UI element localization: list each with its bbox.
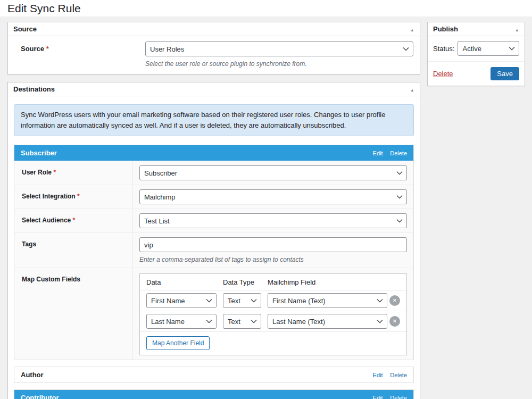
destination-title: Contributor — [21, 394, 59, 399]
integration-select[interactable]: Mailchimp — [139, 189, 407, 204]
destination-subscriber-header: Subscriber Edit Delete — [14, 145, 413, 161]
publish-collapse-toggle[interactable]: ▴ — [513, 25, 520, 33]
collapse-arrow-icon: ▴ — [411, 27, 413, 32]
map-mailchimp-field-select[interactable]: Last Name (Text) — [268, 314, 387, 329]
integration-row: Select Integration * Mailchimp — [14, 185, 413, 209]
column-header-mailchimp-field: Mailchimp Field — [268, 278, 400, 286]
map-fields-table: Data Data Type Mailchimp Field First Nam… — [139, 273, 407, 355]
map-another-field-button[interactable]: Map Another Field — [146, 336, 210, 350]
map-data-type-select[interactable]: Text — [223, 314, 261, 329]
tags-description: Enter a comma-separated list of tags to … — [139, 256, 407, 263]
destinations-collapse-toggle[interactable]: ▴ — [409, 85, 415, 93]
audience-label: Select Audience — [22, 217, 71, 224]
user-role-select[interactable]: Subscriber — [139, 165, 407, 180]
delete-rule-link[interactable]: Delete — [433, 70, 453, 78]
status-select[interactable]: Active — [458, 41, 519, 56]
user-role-label: User Role — [22, 169, 52, 176]
main-column: Source ▴ Source * User Roles — [7, 22, 420, 399]
destination-title: Author — [21, 371, 44, 379]
delete-destination-link[interactable]: Delete — [390, 372, 407, 378]
map-custom-fields-label: Map Custom Fields — [22, 276, 80, 283]
admin-content: Source ▴ Source * User Roles — [0, 16, 532, 399]
delete-destination-link[interactable]: Delete — [390, 395, 407, 399]
column-header-data-type: Data Type — [223, 278, 268, 286]
edit-destination-link[interactable]: Edit — [373, 395, 383, 399]
tags-row: Tags Enter a comma-separated list of tag… — [14, 232, 413, 268]
tags-label: Tags — [22, 240, 36, 248]
required-mark: * — [46, 45, 49, 53]
source-field-row: Source * User Roles Select the user role… — [8, 36, 420, 74]
delete-destination-link[interactable]: Delete — [390, 150, 407, 156]
edit-destination-link[interactable]: Edit — [373, 372, 383, 378]
destination-author-header: Author Edit Delete — [14, 367, 413, 383]
map-mailchimp-field-select[interactable]: First Name (Text) — [268, 293, 387, 308]
remove-field-button[interactable]: ✕ — [389, 295, 400, 306]
column-header-data: Data — [146, 278, 223, 286]
destinations-panel: Destinations ▴ Sync WordPress users with… — [7, 82, 420, 399]
map-field-row: Last Name Text Last Name ( — [140, 311, 406, 331]
remove-field-button[interactable]: ✕ — [389, 316, 400, 327]
destinations-notice: Sync WordPress users with your email mar… — [14, 104, 414, 136]
map-data-select[interactable]: First Name — [146, 293, 217, 308]
source-field-label: Source — [21, 45, 44, 53]
destination-subscriber: Subscriber Edit Delete User Role * — [14, 145, 414, 360]
required-mark: * — [77, 193, 80, 200]
sidebar-column: Publish ▴ Status: Active Delete — [427, 22, 525, 94]
source-panel-title: Source — [13, 25, 37, 33]
publish-panel-header: Publish ▴ — [428, 22, 525, 36]
publish-panel-title: Publish — [433, 25, 458, 33]
destinations-panel-title: Destinations — [13, 85, 55, 93]
close-icon: ✕ — [393, 318, 397, 324]
required-mark: * — [53, 169, 56, 176]
source-panel: Source ▴ Source * User Roles — [7, 22, 420, 74]
map-field-row: First Name Text First Name — [140, 290, 406, 311]
source-description: Select the user role or source plugin to… — [145, 60, 413, 68]
collapse-arrow-icon: ▴ — [516, 27, 518, 32]
user-role-row: User Role * Subscriber — [14, 161, 413, 185]
destination-contributor-header: Contributor Edit Delete — [14, 390, 413, 399]
map-fields-header: Data Data Type Mailchimp Field — [140, 274, 406, 290]
map-custom-fields-row: Map Custom Fields Data Data Type Mailchi… — [14, 268, 413, 360]
page-title: Edit Sync Rule — [7, 2, 525, 15]
destination-author: Author Edit Delete — [14, 367, 414, 383]
destinations-panel-header: Destinations ▴ — [8, 82, 420, 96]
source-select[interactable]: User Roles — [145, 41, 413, 56]
collapse-arrow-icon: ▴ — [411, 87, 413, 93]
map-data-type-select[interactable]: Text — [223, 293, 261, 308]
save-button[interactable]: Save — [491, 67, 519, 80]
audience-select[interactable]: Test List — [139, 213, 407, 228]
required-mark: * — [73, 217, 76, 224]
source-panel-header: Source ▴ — [8, 22, 420, 36]
integration-label: Select Integration — [22, 193, 76, 200]
status-label: Status: — [433, 45, 454, 53]
publish-panel: Publish ▴ Status: Active Delete — [427, 22, 525, 86]
destination-title: Subscriber — [21, 149, 57, 157]
page-header: Edit Sync Rule — [0, 0, 532, 16]
close-icon: ✕ — [393, 297, 397, 303]
tags-input[interactable] — [139, 237, 407, 252]
source-collapse-toggle[interactable]: ▴ — [409, 25, 415, 33]
destination-contributor: Contributor Edit Delete User Role * — [14, 389, 414, 399]
audience-row: Select Audience * Test List — [14, 209, 413, 232]
edit-destination-link[interactable]: Edit — [373, 150, 383, 156]
map-data-select[interactable]: Last Name — [146, 314, 217, 329]
